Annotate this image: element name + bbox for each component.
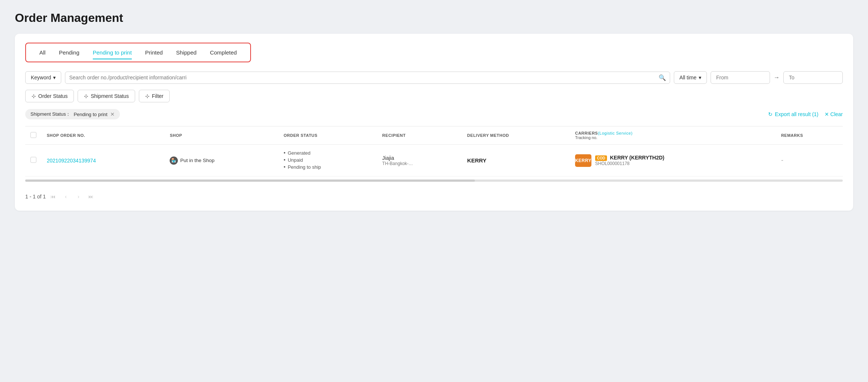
filter-button[interactable]: ⊹ Filter	[139, 90, 170, 102]
row-delivery-method: KERRY	[462, 145, 570, 177]
filter-general-icon: ⊹	[145, 93, 150, 99]
pagination-prev-button[interactable]: ‹	[61, 191, 71, 202]
table-row: 20210922034139974 🏪 Put in the Shop Gene…	[25, 145, 843, 177]
pagination-first-button[interactable]: ⏮	[48, 191, 58, 202]
carriers-sub-label: (Logistic Service)	[598, 131, 632, 135]
keyword-dropdown[interactable]: Keyword ▾	[25, 71, 61, 84]
filter-icon: ⊹	[32, 93, 36, 99]
shipment-status-filter-button[interactable]: ⊹ Shipment Status	[78, 90, 135, 102]
search-input-wrap: 🔍	[65, 72, 670, 84]
pagination-next-button[interactable]: ›	[73, 191, 84, 202]
row-carrier: KERRY COD KERRY (KERRYTH2D) SHOL00000117…	[570, 145, 776, 177]
tabs-container: All Pending Pending to print Printed Shi…	[25, 43, 251, 62]
th-delivery-method: DELIVERY METHOD	[462, 126, 570, 145]
th-shop: SHOP	[164, 126, 278, 145]
clear-button[interactable]: ✕ Clear	[825, 111, 843, 117]
active-filter-row: Shipment Status： Pending to print ✕ ↻ Ex…	[25, 109, 843, 119]
order-status-filter-button[interactable]: ⊹ Order Status	[25, 90, 74, 102]
shop-icon: 🏪	[170, 157, 178, 165]
clear-icon: ✕	[825, 111, 829, 117]
page-title: Order Management	[15, 11, 853, 25]
tab-pending-to-print[interactable]: Pending to print	[86, 47, 138, 58]
search-row: Keyword ▾ 🔍 All time ▾ →	[25, 71, 843, 84]
main-card: All Pending Pending to print Printed Shi…	[15, 34, 853, 211]
cod-badge: COD	[595, 155, 607, 161]
search-icon-button[interactable]: 🔍	[659, 74, 666, 81]
delivery-method-value: KERRY	[467, 157, 486, 164]
th-recipient: RECIPIENT	[377, 126, 462, 145]
keyword-label: Keyword	[31, 75, 51, 80]
row-recipient: Jiajia TH-Bangkok-…	[377, 145, 462, 177]
from-date-input[interactable]	[711, 71, 770, 84]
tab-shipped[interactable]: Shipped	[169, 47, 203, 58]
order-no-link[interactable]: 20210922034139974	[47, 158, 96, 164]
order-status-item: Pending to ship	[284, 164, 372, 170]
tracking-no-label: Tracking no.	[575, 135, 771, 140]
th-order-status: ORDER STATUS	[278, 126, 377, 145]
tracking-number: SHOL000001178	[595, 161, 665, 166]
pagination-info: 1 - 1 of 1	[25, 194, 46, 200]
filter-tag-label: Shipment Status：	[30, 111, 71, 118]
tab-printed[interactable]: Printed	[138, 47, 170, 58]
clear-label: Clear	[831, 111, 843, 117]
filter-label: Filter	[152, 93, 163, 99]
row-order-status: GeneratedUnpaidPending to ship	[278, 145, 377, 177]
th-carriers: CARRIERS(Logistic Service) Tracking no.	[570, 126, 776, 145]
search-input[interactable]	[69, 75, 656, 80]
th-shop-order-no: SHOP ORDER NO.	[42, 126, 164, 145]
shop-name: Put in the Shop	[180, 158, 214, 163]
table-wrap: SHOP ORDER NO. SHOP ORDER STATUS RECIPIE…	[25, 126, 843, 185]
remarks-value: -	[781, 157, 783, 164]
order-status-item: Unpaid	[284, 157, 372, 163]
select-all-checkbox[interactable]	[30, 132, 36, 138]
carrier-name: KERRY (KERRYTH2D)	[610, 155, 665, 161]
row-checkbox[interactable]	[30, 157, 36, 163]
order-status-label: Order Status	[38, 93, 68, 99]
tab-pending[interactable]: Pending	[52, 47, 86, 58]
th-remarks: REMARKS	[776, 126, 843, 145]
export-button[interactable]: ↻ Export all result (1)	[768, 111, 818, 117]
alltime-label: All time	[679, 75, 696, 80]
pagination-last-button[interactable]: ⏭	[86, 191, 96, 202]
export-label: Export all result (1)	[775, 111, 818, 117]
th-checkbox	[25, 126, 42, 145]
date-arrow-icon: →	[774, 74, 780, 81]
to-date-input[interactable]	[783, 71, 843, 84]
tab-all[interactable]: All	[33, 47, 52, 58]
carrier-logo: KERRY	[575, 154, 591, 167]
table-scrollbar[interactable]	[25, 180, 843, 182]
filter-row: ⊹ Order Status ⊹ Shipment Status ⊹ Filte…	[25, 90, 843, 102]
filter-tag-close-icon[interactable]: ✕	[110, 111, 115, 117]
export-clear-row: ↻ Export all result (1) ✕ Clear	[768, 111, 843, 117]
carriers-label: CARRIERS	[575, 131, 598, 135]
shipment-filter-icon: ⊹	[84, 93, 88, 99]
orders-table: SHOP ORDER NO. SHOP ORDER STATUS RECIPIE…	[25, 126, 843, 177]
shipment-status-label: Shipment Status	[91, 93, 129, 99]
order-status-item: Generated	[284, 150, 372, 156]
export-icon: ↻	[768, 111, 773, 117]
keyword-chevron-icon: ▾	[53, 75, 56, 80]
pagination-row: 1 - 1 of 1 ⏮ ‹ › ⏭	[25, 191, 843, 202]
recipient-name: Jiajia	[382, 155, 457, 161]
filter-tag-value: Pending to print	[74, 112, 107, 117]
alltime-dropdown[interactable]: All time ▾	[674, 71, 707, 84]
row-remarks: -	[776, 145, 843, 177]
alltime-chevron-icon: ▾	[699, 75, 701, 80]
row-order-no: 20210922034139974	[42, 145, 164, 177]
active-filter-tag-wrap: Shipment Status： Pending to print ✕	[25, 109, 120, 119]
row-checkbox-cell	[25, 145, 42, 177]
row-shop: 🏪 Put in the Shop	[164, 145, 278, 177]
table-scrollbar-thumb	[25, 180, 475, 182]
tab-completed[interactable]: Completed	[203, 47, 244, 58]
shipment-status-filter-tag: Shipment Status： Pending to print ✕	[25, 109, 120, 119]
recipient-location: TH-Bangkok-…	[382, 161, 457, 166]
